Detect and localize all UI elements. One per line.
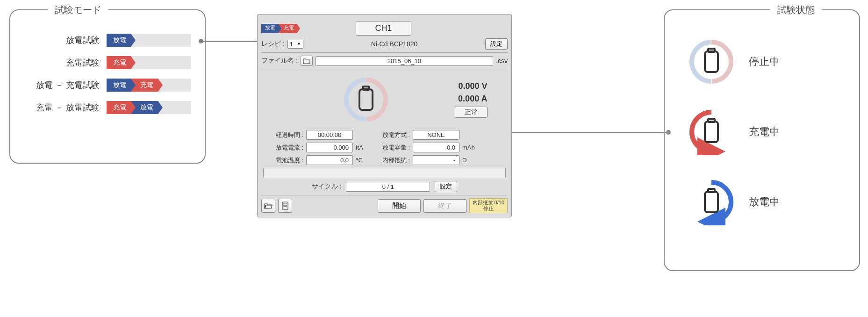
dcurrent-label: 放電電流 bbox=[266, 144, 303, 152]
svg-rect-3 bbox=[363, 86, 369, 90]
svg-rect-11 bbox=[708, 49, 715, 52]
mode-label: 充電試験 bbox=[66, 57, 100, 68]
svg-rect-13 bbox=[705, 122, 718, 142]
temp-unit: ℃ bbox=[356, 157, 370, 164]
divider bbox=[261, 69, 508, 69]
mode-row-cd: 充電 － 放電試験 充電 放電 bbox=[24, 101, 191, 114]
svg-rect-10 bbox=[705, 51, 718, 72]
folder-browse-button[interactable] bbox=[301, 56, 313, 66]
cycle-settings-button[interactable]: 設定 bbox=[435, 181, 457, 192]
cycle-value: 0 / 1 bbox=[346, 182, 430, 192]
mode-indicator: 放電 充電 bbox=[261, 24, 297, 33]
filename-label: ファイル名 : bbox=[261, 57, 298, 65]
charge-tag: 充電 bbox=[107, 56, 131, 69]
recipe-name: Ni-Cd BCP1020 bbox=[306, 40, 482, 48]
tag-group: 放電 bbox=[107, 34, 191, 47]
state-row-charging: 充電中 bbox=[688, 108, 836, 155]
recipe-label: レシピ : bbox=[261, 40, 285, 48]
divider bbox=[261, 52, 508, 53]
discharge-tag: 放電 bbox=[107, 79, 131, 92]
mode-label: 放電試験 bbox=[66, 35, 100, 46]
battery-discharging-icon bbox=[688, 179, 735, 225]
recipe-select[interactable]: 1 bbox=[287, 40, 303, 49]
tag-group: 充電 bbox=[107, 56, 191, 69]
folder-open-icon bbox=[264, 202, 273, 209]
svg-rect-2 bbox=[359, 89, 373, 110]
elapsed-label: 経過時間 bbox=[266, 131, 303, 139]
tag-group: 充電 放電 bbox=[107, 101, 191, 114]
left-connector-line bbox=[201, 41, 262, 42]
mode-row-charge: 充電試験 充電 bbox=[24, 56, 191, 69]
filename-input[interactable]: 2015_06_10 bbox=[316, 56, 493, 66]
folder-icon bbox=[303, 58, 310, 64]
temp-value: 0.0 bbox=[306, 155, 353, 165]
mode-row-discharge: 放電試験 放電 bbox=[24, 34, 191, 47]
mode-label: 放電 － 充電試験 bbox=[36, 79, 100, 91]
tag-group: 放電 充電 bbox=[107, 79, 191, 92]
ir-unit: Ω bbox=[462, 157, 481, 164]
test-mode-title: 試験モード bbox=[48, 4, 108, 16]
channel-panel: 放電 充電 CH1 レシピ : 1 Ni-Cd BCP1020 設定 ファイル名… bbox=[257, 14, 512, 217]
filename-ext: .csv bbox=[496, 57, 508, 65]
charge-tag: 充電 bbox=[107, 101, 131, 114]
internal-resistance-status: 内部抵抗 0/10 停止 bbox=[469, 198, 508, 213]
voltage-readout: 0.000 V bbox=[458, 81, 487, 91]
state-label: 放電中 bbox=[749, 195, 780, 209]
state-row-discharging: 放電中 bbox=[688, 179, 836, 225]
dcap-value: 0.0 bbox=[413, 143, 459, 152]
discharge-tag: 放電 bbox=[261, 24, 278, 33]
svg-rect-16 bbox=[705, 192, 718, 212]
dmethod-value: NONE bbox=[413, 130, 459, 140]
open-folder-button[interactable] bbox=[261, 199, 275, 213]
end-button: 終了 bbox=[423, 199, 466, 213]
channel-name: CH1 bbox=[356, 21, 411, 36]
battery-status-icon bbox=[343, 76, 389, 123]
document-icon bbox=[281, 202, 289, 210]
svg-rect-17 bbox=[708, 189, 715, 192]
state-row-stopped: 停止中 bbox=[688, 38, 836, 85]
divider bbox=[261, 195, 508, 195]
current-readout: 0.000 A bbox=[458, 94, 487, 104]
temp-label: 電池温度 bbox=[266, 156, 303, 165]
battery-charging-icon bbox=[688, 108, 735, 155]
cycle-label: サイクル : bbox=[312, 182, 342, 191]
test-mode-callout: 試験モード 放電試験 放電 充電試験 充電 放電 － 充電試験 放電 充電 充電… bbox=[9, 9, 206, 164]
ir-label: 内部抵抗 bbox=[373, 156, 410, 165]
svg-rect-4 bbox=[282, 202, 288, 209]
dmethod-label: 放電方式 bbox=[373, 131, 410, 139]
dcap-label: 放電容量 bbox=[373, 144, 410, 152]
dcurrent-value: 0.000 bbox=[306, 143, 353, 152]
mode-row-dc: 放電 － 充電試験 放電 充電 bbox=[24, 79, 191, 92]
start-button[interactable]: 開始 bbox=[378, 199, 421, 213]
state-label: 停止中 bbox=[749, 55, 780, 69]
test-state-title: 試験状態 bbox=[770, 4, 822, 16]
state-label: 充電中 bbox=[749, 125, 780, 139]
elapsed-value: 00:00:00 bbox=[306, 130, 353, 140]
ir-value: - bbox=[413, 155, 459, 165]
message-bar bbox=[263, 168, 506, 178]
dcap-unit: mAh bbox=[462, 144, 481, 151]
dcurrent-unit: ItA bbox=[356, 144, 370, 151]
test-state-callout: 試験状態 停止中 充電中 bbox=[664, 9, 860, 271]
discharge-tag: 放電 bbox=[107, 34, 131, 47]
status-badge: 正常 bbox=[455, 107, 488, 118]
recipe-settings-button[interactable]: 設定 bbox=[485, 38, 508, 50]
battery-stopped-icon bbox=[688, 38, 735, 85]
mode-label: 充電 － 放電試験 bbox=[36, 102, 100, 113]
document-button[interactable] bbox=[278, 199, 292, 213]
svg-rect-14 bbox=[708, 119, 715, 122]
